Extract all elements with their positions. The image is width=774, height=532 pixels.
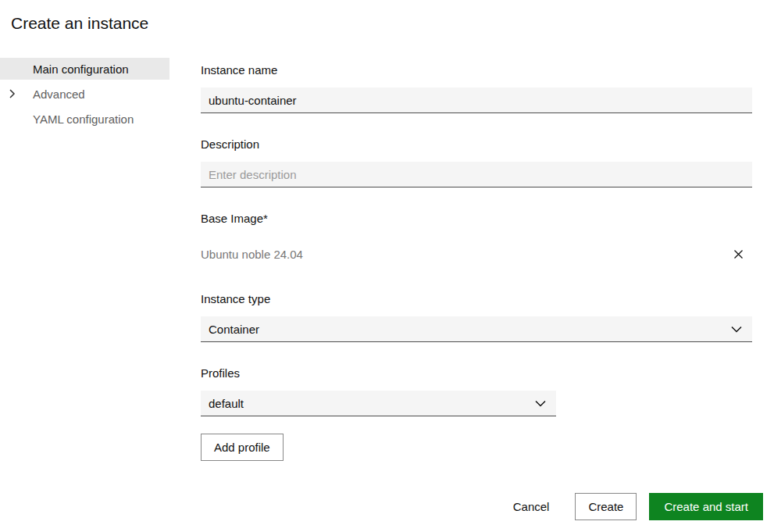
sidebar-item-label: YAML configuration	[33, 112, 134, 126]
sidebar-item-main-configuration[interactable]: Main configuration	[0, 58, 169, 80]
footer-actions: Cancel Create Create and start	[513, 492, 763, 520]
chevron-right-icon	[9, 89, 16, 98]
sidebar-item-yaml-configuration[interactable]: YAML configuration	[0, 108, 169, 130]
add-profile-button[interactable]: Add profile	[201, 434, 284, 461]
description-label: Description	[201, 137, 259, 151]
profiles-selected-value: default	[209, 397, 244, 410]
instance-name-input[interactable]	[201, 87, 752, 113]
base-image-row: Ubuntu noble 24.04	[201, 243, 752, 265]
clear-base-image-button[interactable]	[733, 248, 744, 260]
instance-name-label: Instance name	[201, 63, 277, 77]
profiles-select[interactable]: default	[201, 391, 556, 416]
instance-type-selected-value: Container	[209, 323, 259, 336]
cancel-button[interactable]: Cancel	[513, 500, 550, 513]
sidebar-item-advanced[interactable]: Advanced	[0, 83, 169, 105]
description-input[interactable]	[201, 162, 752, 187]
chevron-down-icon	[535, 400, 546, 407]
create-and-start-button[interactable]: Create and start	[649, 493, 763, 520]
chevron-down-icon	[731, 326, 742, 333]
page-title: Create an instance	[11, 14, 148, 33]
create-instance-panel: Create an instance Main configuration Ad…	[0, 0, 774, 532]
sidebar-item-label: Advanced	[33, 87, 85, 101]
profiles-label: Profiles	[201, 366, 240, 380]
main-configuration-form: Instance name Description Base Image* Ub…	[201, 0, 752, 532]
close-icon	[733, 248, 744, 260]
form-section-nav: Main configuration Advanced YAML configu…	[0, 58, 169, 133]
instance-type-select[interactable]: Container	[201, 316, 752, 342]
create-button[interactable]: Create	[575, 493, 637, 520]
instance-type-label: Instance type	[201, 292, 270, 305]
sidebar-item-label: Main configuration	[33, 62, 129, 76]
base-image-value: Ubuntu noble 24.04	[201, 248, 303, 261]
base-image-label: Base Image*	[201, 212, 268, 225]
